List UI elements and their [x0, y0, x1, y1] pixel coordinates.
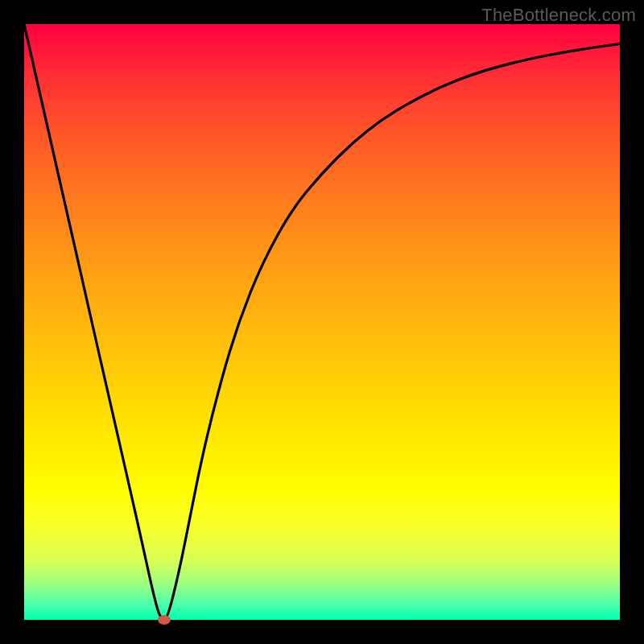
- chart-frame: TheBottleneck.com: [0, 0, 644, 644]
- watermark-text: TheBottleneck.com: [481, 5, 636, 26]
- optimum-marker: [158, 615, 171, 625]
- plot-background-gradient: [24, 24, 620, 620]
